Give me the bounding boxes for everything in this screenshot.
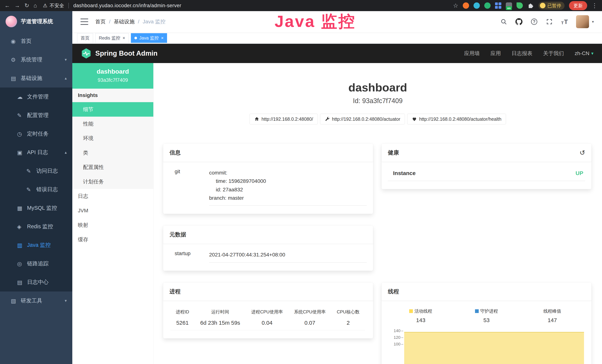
error-log-icon: ✎ [26, 186, 36, 193]
active-dot-icon [134, 37, 137, 39]
browser-chrome: ← → ↻ ⌂ ⚠ 不安全 dashboard.yudao.iocoder.cn… [0, 0, 602, 11]
reload-icon[interactable]: ↻ [24, 3, 29, 8]
github-icon[interactable] [515, 18, 523, 25]
sba-menu-mappings[interactable]: 映射 [72, 218, 153, 232]
chrome-update-button[interactable]: 更新 [569, 1, 587, 10]
app-frame: 芋道管理系统 ◉ 首页 ⚙ 系统管理 ▾ ▤ 基础设施 ▴ [0, 11, 602, 364]
forward-icon[interactable]: → [14, 3, 20, 8]
sba-nav-journal[interactable]: 日志报表 [512, 50, 532, 57]
sba-menu-performance[interactable]: 性能 [72, 117, 153, 131]
chevron-down-icon: ▾ [65, 298, 67, 303]
sba-brand-title[interactable]: Spring Boot Admin [95, 50, 158, 57]
sidebar-submenu-infra: ☁ 文件管理 ✎ 配置管理 ◷ 定时任务 ▣ API 日志 ▴ [0, 87, 72, 291]
sidebar-item-config-manage[interactable]: ✎ 配置管理 [0, 106, 72, 125]
browser-menu-icon[interactable]: ⋮ [592, 3, 598, 9]
tab-redis-monitor[interactable]: Redis 监控 × [95, 33, 129, 43]
sidebar-item-trace[interactable]: ◎ 链路追踪 [0, 254, 72, 273]
metadata-value: 2021-04-27T00:44:31.254+08:00 [209, 250, 367, 262]
sba-menu-scheduled-tasks[interactable]: 计划任务 [72, 174, 153, 189]
sba-menu-details[interactable]: 细节 [72, 102, 153, 117]
main-column: 首页 / 基础设施 / Java 监控 ? [72, 11, 602, 364]
legend-active-threads: 活动线程 143 [388, 308, 454, 323]
sba-locale-select[interactable]: zh-CN ▾ [575, 50, 593, 56]
address-url[interactable]: dashboard.yudao.iocoder.cn/infra/admin-s… [73, 3, 181, 9]
redis-icon: ◈ [17, 224, 27, 230]
extension-icon-drop[interactable] [473, 2, 480, 9]
health-url-link[interactable]: http://192.168.0.2:48080/actuator/health [407, 114, 506, 124]
sba-nav-wallboard[interactable]: 应用墙 [464, 50, 480, 57]
sba-menu-environment[interactable]: 环境 [72, 131, 153, 146]
user-avatar[interactable] [576, 15, 589, 28]
sba-content: dashboard Id: 93a3fc7f7409 http://192.16… [153, 63, 602, 364]
sba-body: dashboard 93a3fc7f7409 Insights 细节 性能 环境… [72, 63, 602, 364]
sidebar-item-access-log[interactable]: ✎ 访问日志 [0, 162, 72, 180]
bookmark-star-icon[interactable]: ☆ [453, 3, 458, 9]
breadcrumb-home[interactable]: 首页 [95, 18, 106, 25]
extension-icon-green[interactable] [484, 2, 491, 9]
tab-home[interactable]: 首页 [77, 33, 93, 43]
sba-header: Spring Boot Admin 应用墙 应用 日志报表 关于我们 zh-CN… [72, 44, 602, 63]
sba-instance-block[interactable]: dashboard 93a3fc7f7409 [72, 63, 153, 89]
sidebar-item-api-log[interactable]: ▣ API 日志 ▴ [0, 143, 72, 162]
browser-home-icon[interactable]: ⌂ [33, 3, 37, 8]
wrench-icon [325, 117, 330, 122]
search-icon[interactable] [500, 18, 507, 25]
sba-menu-logs[interactable]: 日志 [72, 189, 153, 203]
service-url-link[interactable]: http://192.168.0.2:48080/ [249, 114, 318, 124]
sidebar-item-dev-tools[interactable]: ▧ 研发工具 ▾ [0, 291, 72, 310]
sidebar-item-error-log[interactable]: ✎ 错误日志 [0, 180, 72, 199]
close-icon[interactable]: × [123, 35, 125, 41]
tab-java-monitor[interactable]: Java 监控 × [131, 33, 167, 43]
table-row[interactable]: Instance UP [388, 169, 585, 181]
back-icon[interactable]: ← [4, 3, 10, 8]
sidebar-item-scheduled-job[interactable]: ◷ 定时任务 [0, 125, 72, 143]
avatar-caret-icon[interactable]: ▾ [592, 20, 594, 24]
security-chip[interactable]: ⚠ 不安全 [43, 2, 64, 9]
threads-chart-yaxis: 140 120 100 [388, 330, 404, 361]
sba-instance-name: dashboard [77, 68, 149, 75]
sba-menu-classes[interactable]: 类 [72, 146, 153, 160]
extension-icon-leaf[interactable] [516, 2, 523, 9]
help-icon[interactable]: ? [530, 18, 538, 25]
sba-nav-about[interactable]: 关于我们 [543, 50, 564, 57]
sba-menu-config-props[interactable]: 配置属性 [72, 160, 153, 174]
extension-icon-tampermonkey[interactable]: on [506, 2, 512, 9]
sidebar-item-java-monitor[interactable]: ▥ Java 监控 [0, 236, 72, 254]
extensions-puzzle-icon[interactable] [527, 2, 534, 9]
process-card: 进程 进程ID 运行时间 进程CPU使用率 系统C [163, 283, 373, 338]
font-size-icon[interactable]: TT [561, 18, 568, 25]
document-icon: ▣ [17, 149, 27, 156]
threads-chart: 140 120 100 [388, 330, 585, 361]
close-icon[interactable]: × [161, 35, 163, 41]
sba-menu-jvm[interactable]: JVM [72, 203, 153, 218]
sidebar-item-home[interactable]: ◉ 首页 [0, 32, 72, 50]
log-center-icon: ▤ [17, 279, 27, 286]
fullscreen-icon[interactable] [546, 18, 553, 25]
sidebar-item-mysql-monitor[interactable]: ▦ MySQL 监控 [0, 199, 72, 217]
sidebar-item-file-manage[interactable]: ☁ 文件管理 [0, 87, 72, 106]
instance-title: dashboard [153, 81, 602, 94]
sidebar-item-infra[interactable]: ▤ 基础设施 ▴ [0, 69, 72, 87]
smiley-icon [540, 3, 546, 8]
sidebar-item-redis-monitor[interactable]: ◈ Redis 监控 [0, 217, 72, 236]
app-logo[interactable]: 芋道管理系统 [0, 11, 72, 32]
extension-icon-orange[interactable] [463, 2, 469, 9]
profile-paused-badge[interactable]: 已暂停 [538, 2, 565, 10]
sidebar-item-log-center[interactable]: ▤ 日志中心 [0, 273, 72, 291]
chevron-down-icon: ▾ [65, 57, 67, 62]
sba-menu-insights-label[interactable]: Insights [72, 89, 153, 102]
sidebar-collapse-icon[interactable] [80, 19, 88, 25]
sba-nav-applications[interactable]: 应用 [491, 50, 501, 57]
breadcrumb-section[interactable]: 基础设施 [114, 18, 135, 25]
sba-menu-caches[interactable]: 缓存 [72, 232, 153, 247]
actuator-url-link[interactable]: http://192.168.0.2:48080/actuator [320, 114, 405, 124]
breadcrumb-separator: / [138, 19, 140, 25]
extension-icon-grid[interactable] [495, 2, 501, 9]
threads-chart-area [404, 330, 585, 361]
health-card-header: 健康 ↺ [382, 144, 591, 162]
sidebar-item-system[interactable]: ⚙ 系统管理 ▾ [0, 50, 72, 69]
spring-boot-admin-logo [81, 48, 92, 59]
history-icon[interactable]: ↺ [580, 150, 585, 156]
chevron-up-icon: ▴ [65, 76, 67, 81]
table-row: 5261 6d 23h 15m 59s 0.04 0.07 2 [170, 317, 365, 330]
